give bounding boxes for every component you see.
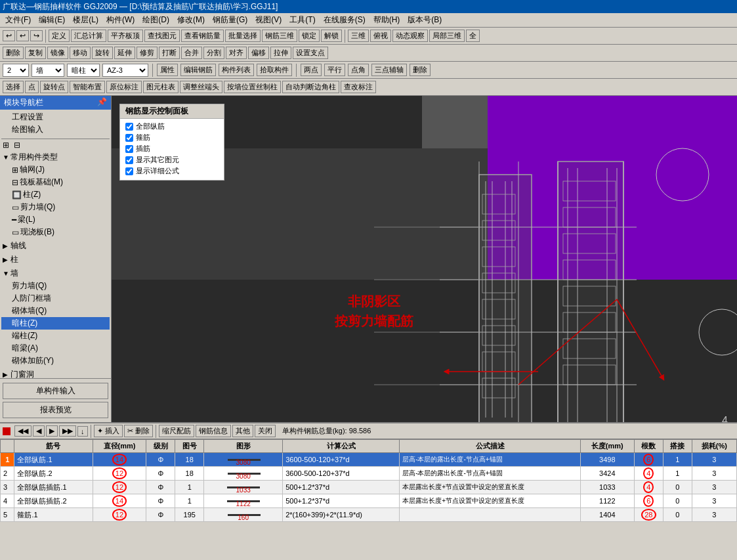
- sidebar-common-title[interactable]: ▼ 常用构件类型: [1, 151, 110, 163]
- btn-auto-judge[interactable]: 自动判断边角柱: [282, 81, 339, 93]
- az-select[interactable]: AZ-3: [102, 64, 148, 77]
- btn-local-3d[interactable]: 局部三维: [429, 30, 465, 42]
- btn-insert-row[interactable]: ✦ 插入: [94, 425, 123, 437]
- btn-rebar-3d[interactable]: 钢筋三维: [262, 30, 297, 42]
- btn-parallel[interactable]: 平行: [324, 64, 345, 76]
- menu-tools[interactable]: 工具(T): [285, 13, 319, 27]
- table-row[interactable]: 4全部纵筋插筋.214Φ11122500+1.2*37*d本层露出长度+节点设置…: [1, 494, 737, 508]
- menu-version[interactable]: 版本号(B): [404, 13, 446, 27]
- chk-insert[interactable]: [125, 145, 133, 153]
- btn-define[interactable]: 定义: [49, 30, 70, 42]
- canvas-area[interactable]: 4 Z X Y: [112, 96, 737, 422]
- btn-find[interactable]: 查找图元: [144, 30, 180, 42]
- btn-3d[interactable]: 三维: [348, 30, 369, 42]
- btn-first[interactable]: ◀◀: [14, 425, 32, 437]
- btn-edit-rebar[interactable]: 编辑钢筋: [180, 64, 216, 76]
- btn-point[interactable]: 点: [25, 81, 39, 93]
- btn-break[interactable]: 打断: [159, 47, 180, 59]
- chk-stirrup[interactable]: [125, 134, 133, 142]
- btn-last[interactable]: ▶▶: [59, 425, 76, 437]
- sidebar-axis[interactable]: ⊞ 轴网(J): [1, 163, 110, 176]
- nav-icon1[interactable]: ⊞: [1, 139, 11, 151]
- btn-check-anno[interactable]: 查改标注: [341, 81, 376, 93]
- col-type-select[interactable]: 暗柱: [67, 64, 100, 77]
- btn-set-point[interactable]: 设置支点: [293, 47, 328, 59]
- sidebar-eng-settings[interactable]: 工程设置: [1, 111, 110, 123]
- btn-full[interactable]: 全: [466, 30, 480, 42]
- btn-lock[interactable]: 锁定: [299, 30, 320, 42]
- nav-icon2[interactable]: ⊟: [12, 139, 22, 151]
- btn-adjust-end[interactable]: 调整丝端头: [180, 81, 222, 93]
- menu-edit[interactable]: 编辑(E): [35, 13, 69, 27]
- btn-pick-component[interactable]: 拾取构件: [257, 64, 292, 76]
- chk-all-rebar[interactable]: [125, 123, 133, 131]
- viewport[interactable]: 4 Z X Y: [112, 96, 737, 422]
- btn-undo2[interactable]: ↩: [16, 30, 29, 41]
- btn-offset[interactable]: 偏移: [248, 47, 269, 59]
- sidebar-axis-title[interactable]: ▶ 轴线: [1, 240, 110, 252]
- btn-view-rebar[interactable]: 查看钢筋量: [181, 30, 224, 42]
- btn-stretch[interactable]: 拉伸: [270, 47, 291, 59]
- menu-file[interactable]: 文件(F): [1, 13, 35, 27]
- sidebar-shear-wall[interactable]: ▭ 剪力墙(Q): [1, 201, 110, 213]
- btn-copy[interactable]: 复制: [25, 47, 46, 59]
- sidebar-wall-end-col[interactable]: 端柱(Z): [1, 330, 110, 342]
- sidebar-column[interactable]: 🔲 柱(Z): [1, 188, 110, 201]
- btn-close[interactable]: 关闭: [255, 425, 276, 437]
- sidebar-wall-masonry-rebar[interactable]: 砌体加筋(Y): [1, 355, 110, 367]
- table-row[interactable]: 3全部纵筋插筋.112Φ11033500+1.2*37*d本层露出长度+节点设置…: [1, 481, 737, 494]
- menu-rebar[interactable]: 钢筋量(G): [209, 13, 251, 27]
- sidebar-pin-icon[interactable]: 📌: [97, 97, 107, 108]
- btn-mirror[interactable]: 镜像: [47, 47, 68, 59]
- table-row[interactable]: 1全部纵筋.114Φ1830803600-500-120+37*d层高-本层的露…: [1, 453, 737, 467]
- btn-delete-row[interactable]: ✂ 删除: [124, 425, 153, 437]
- wall-type-select[interactable]: 墙: [32, 64, 64, 77]
- btn-trim[interactable]: 修剪: [137, 47, 158, 59]
- btn-component-list[interactable]: 构件列表: [219, 64, 254, 76]
- sidebar-wall-masonry[interactable]: 砌体墙(Q): [1, 305, 110, 317]
- btn-scale-rebar[interactable]: 缩尺配筋: [159, 425, 194, 437]
- sidebar-wall-dark-col[interactable]: 暗柱(Z): [1, 317, 110, 330]
- btn-down[interactable]: ↓: [77, 426, 88, 437]
- btn-report-preview[interactable]: 报表预览: [3, 402, 108, 418]
- btn-rotate[interactable]: 旋转: [92, 47, 113, 59]
- sidebar-raft[interactable]: ⊟ 筏板基础(M): [1, 176, 110, 188]
- btn-calc[interactable]: 汇总计算: [71, 30, 106, 42]
- menu-view[interactable]: 视图(V): [251, 13, 285, 27]
- sidebar-wall-title[interactable]: ▼ 墙: [1, 267, 110, 280]
- btn-select[interactable]: 选择: [3, 81, 24, 93]
- btn-three-point[interactable]: 三点辅轴: [371, 64, 407, 76]
- menu-component[interactable]: 构件(W): [102, 13, 138, 27]
- btn-wall-col[interactable]: 按墙位置丝制柱: [224, 81, 281, 93]
- btn-redo[interactable]: ↪: [30, 30, 43, 41]
- sidebar-draw-input[interactable]: 绘图输入: [1, 123, 110, 136]
- sidebar-wall-dark-beam[interactable]: 暗梁(A): [1, 342, 110, 355]
- sidebar-beam[interactable]: ━ 梁(L): [1, 213, 110, 226]
- btn-extend[interactable]: 延伸: [114, 47, 135, 59]
- btn-inplace-anno[interactable]: 原位标注: [106, 81, 142, 93]
- btn-split[interactable]: 分割: [203, 47, 224, 59]
- data-table-container[interactable]: 筋号 直径(mm) 级别 图号 图形 计算公式 公式描述 长度(mm) 根数 搭…: [0, 439, 737, 560]
- table-row[interactable]: 2全部纵筋.212Φ1830803600-500-120+37*d层高-本层的露…: [1, 467, 737, 481]
- btn-align[interactable]: 对齐: [226, 47, 247, 59]
- btn-undo[interactable]: ↩: [3, 30, 15, 41]
- menu-modify[interactable]: 修改(M): [173, 13, 209, 27]
- chk-formula[interactable]: [125, 167, 133, 175]
- btn-next[interactable]: ▶: [46, 425, 58, 437]
- btn-rebar-info[interactable]: 钢筋信息: [196, 425, 231, 437]
- menu-online[interactable]: 在线服务(S): [320, 13, 369, 27]
- sidebar-door-title[interactable]: ▶ 门窗洞: [1, 368, 110, 378]
- btn-col-table[interactable]: 图元柱表: [143, 81, 179, 93]
- btn-move[interactable]: 移动: [70, 47, 91, 59]
- btn-del-axis[interactable]: 删除: [410, 64, 431, 76]
- btn-properties[interactable]: 属性: [157, 64, 178, 76]
- floor-num-select[interactable]: 2: [3, 64, 29, 77]
- sidebar-wall-shear[interactable]: 剪力墙(Q): [1, 280, 110, 292]
- chk-other[interactable]: [125, 156, 133, 164]
- sidebar-col-sec-title[interactable]: ▶ 柱: [1, 253, 110, 266]
- menu-help[interactable]: 帮助(H): [369, 13, 404, 27]
- btn-merge[interactable]: 合并: [181, 47, 202, 59]
- btn-other[interactable]: 其他: [232, 425, 253, 437]
- menu-floor[interactable]: 楼层(L): [69, 13, 102, 27]
- btn-single-component[interactable]: 单构件输入: [3, 383, 108, 399]
